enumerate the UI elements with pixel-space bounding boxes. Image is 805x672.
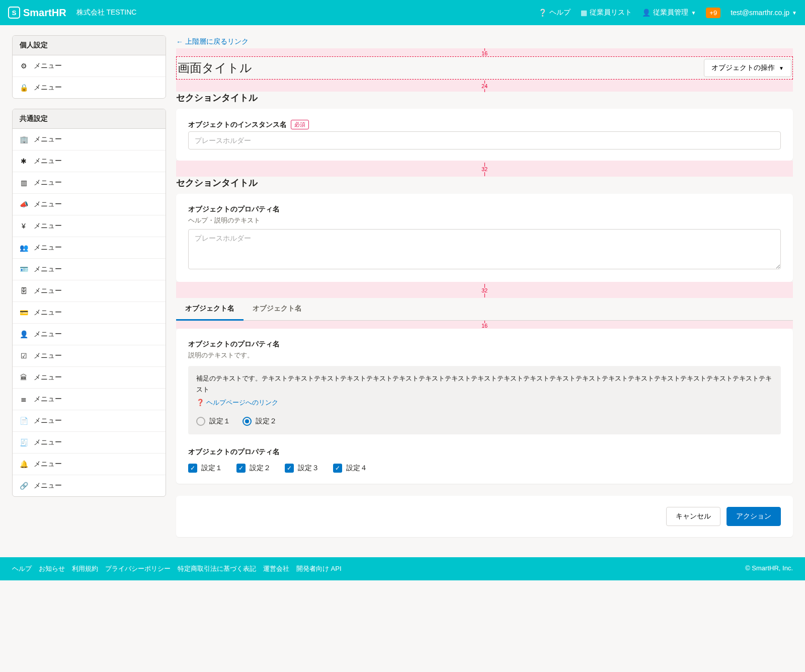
sidebar-item-label: メニュー [34, 178, 62, 187]
sidebar-item-label: メニュー [34, 221, 62, 231]
sidebar-item[interactable]: 🏢メニュー [13, 129, 166, 150]
sidebar-item[interactable]: 💳メニュー [13, 302, 166, 323]
logo[interactable]: S SmartHR [8, 7, 66, 19]
spacing-value: 24 [481, 83, 488, 89]
help-link[interactable]: ❔ ヘルプ [538, 8, 571, 17]
footer-link[interactable]: 開発者向け API [296, 564, 342, 573]
sidebar-item-label: メニュー [34, 308, 62, 317]
radio-setting-2[interactable]: 設定２ [243, 415, 277, 427]
sidebar-item[interactable]: ☑メニュー [13, 345, 166, 366]
footer-link[interactable]: プライバシーポリシー [105, 564, 171, 573]
spacing-marker: 32 [176, 161, 793, 177]
sidebar-item[interactable]: 📣メニュー [13, 193, 166, 215]
spacing-value: 16 [481, 323, 488, 329]
sidebar: 個人設定 ⚙メニュー🔒メニュー 共通設定 🏢メニュー✱メニュー▥メニュー📣メニュ… [12, 35, 166, 537]
checkbox-setting-4[interactable]: ✓設定４ [333, 464, 367, 473]
main-content: ← 上階層に戻るリンク 16 画面タイトル オブジェクトの操作 ▼ 24 セクシ… [176, 35, 793, 537]
employee-list-link[interactable]: ▦ 従業員リスト [581, 8, 632, 17]
footer-link[interactable]: ヘルプ [12, 564, 32, 573]
question-circle-icon: ❔ [538, 9, 547, 17]
spacing-marker: 24 [176, 80, 793, 92]
institution-icon: 🏛 [20, 374, 28, 382]
money-card-icon: 💳 [20, 309, 28, 317]
book-icon: ▥ [20, 179, 28, 187]
info-text: 補足のテキストです。テキストテキストテキストテキストテキストテキストテキストテキ… [196, 373, 773, 395]
check-label: 設定２ [250, 464, 271, 473]
checkbox-setting-3[interactable]: ✓設定３ [285, 464, 319, 473]
checkbox-setting-2[interactable]: ✓設定２ [236, 464, 271, 473]
building-icon: 🏢 [20, 135, 28, 143]
help-page-link[interactable]: ❓ ヘルプページへのリンク [196, 397, 278, 408]
property-textarea[interactable] [188, 229, 781, 269]
sidebar-item[interactable]: 📄メニュー [13, 410, 166, 431]
sidebar-item[interactable]: ≣メニュー [13, 388, 166, 410]
employee-manage-dropdown[interactable]: 👤 従業員管理 ▼ [642, 8, 696, 17]
radio-setting-1[interactable]: 設定１ [196, 415, 230, 427]
field-label-text: オブジェクトのプロパティ名 [188, 447, 280, 457]
sidebar-item[interactable]: 🏛メニュー [13, 366, 166, 388]
radio-group: 設定１ 設定２ [196, 415, 773, 427]
footer-link[interactable]: 運営会社 [263, 564, 289, 573]
field-description: 説明のテキストです。 [188, 351, 781, 360]
field-label: オブジェクトのプロパティ名 [188, 340, 781, 349]
sidebar-item[interactable]: ¥メニュー [13, 215, 166, 237]
section-card: オブジェクトのプロパティ名 説明のテキストです。 補足のテキストです。テキストテ… [176, 329, 793, 484]
sidebar-item[interactable]: 🔔メニュー [13, 453, 166, 475]
id-card-icon: 🪪 [20, 265, 28, 273]
notification-badge[interactable]: +9 [706, 8, 720, 18]
sidebar-item[interactable]: 🗄メニュー [13, 280, 166, 302]
spacing-value: 32 [481, 287, 488, 293]
bell-icon: 🔔 [20, 460, 28, 468]
gear-icon: ⚙ [20, 62, 28, 70]
instance-name-input[interactable] [188, 131, 781, 150]
sidebar-item[interactable]: ⚙メニュー [13, 55, 166, 77]
sidebar-item-label: メニュー [34, 460, 62, 469]
sidebar-group-common: 共通設定 🏢メニュー✱メニュー▥メニュー📣メニュー¥メニュー👥メニュー🪪メニュー… [12, 109, 166, 497]
object-action-dropdown[interactable]: オブジェクトの操作 ▼ [704, 59, 791, 77]
tenant-name: 株式会社 TESTINC [76, 8, 137, 17]
sidebar-item[interactable]: 🔗メニュー [13, 475, 166, 496]
help-label: ヘルプ [549, 8, 571, 17]
sidebar-item[interactable]: 👤メニュー [13, 323, 166, 345]
sidebar-item[interactable]: 🧾メニュー [13, 431, 166, 453]
back-link[interactable]: ← 上階層に戻るリンク [176, 35, 249, 48]
sidebar-item-label: メニュー [34, 286, 62, 295]
action-bar: キャンセル アクション [176, 496, 793, 537]
receipt-icon: 🧾 [20, 438, 28, 446]
copyright: © SmartHR, Inc. [745, 564, 793, 573]
check-label: 設定４ [346, 464, 367, 473]
tab-object-2[interactable]: オブジェクト名 [244, 298, 311, 320]
sidebar-item[interactable]: 👥メニュー [13, 237, 166, 258]
sidebar-item[interactable]: ▥メニュー [13, 172, 166, 193]
check-icon: ✓ [188, 464, 197, 473]
check-icon: ✓ [236, 464, 246, 473]
help-link-label: ヘルプページへのリンク [206, 397, 278, 408]
section-card: オブジェクトのインスタンス名 必須 [176, 109, 793, 161]
footer-link[interactable]: 特定商取引法に基づく表記 [178, 564, 256, 573]
sidebar-item[interactable]: 🔒メニュー [13, 77, 166, 98]
logo-text: SmartHR [23, 7, 66, 19]
sidebar-item-label: メニュー [34, 83, 62, 92]
tab-object-1[interactable]: オブジェクト名 [176, 298, 244, 321]
field-label-text: オブジェクトのインスタンス名 [188, 120, 287, 129]
share-icon: 🔗 [20, 482, 28, 490]
page-title: 画面タイトル [178, 60, 252, 76]
sidebar-item-label: メニュー [34, 265, 62, 274]
spacing-marker: 16 [176, 321, 793, 329]
sidebar-item[interactable]: ✱メニュー [13, 150, 166, 172]
sidebar-item[interactable]: 🪪メニュー [13, 258, 166, 280]
radio-icon [196, 417, 205, 426]
asterisk-icon: ✱ [20, 157, 28, 165]
field-label-text: オブジェクトのプロパティ名 [188, 205, 280, 214]
footer-link[interactable]: 利用規約 [72, 564, 98, 573]
checkbox-setting-1[interactable]: ✓設定１ [188, 464, 222, 473]
tabs: オブジェクト名 オブジェクト名 [176, 298, 793, 321]
caret-down-icon: ▼ [779, 65, 784, 71]
field-label: オブジェクトのプロパティ名 [188, 447, 781, 457]
account-dropdown[interactable]: test@smarthr.co.jp ▼ [731, 9, 797, 17]
footer-link[interactable]: お知らせ [39, 564, 65, 573]
cancel-button[interactable]: キャンセル [666, 507, 720, 526]
field-label: オブジェクトのプロパティ名 [188, 205, 781, 214]
required-badge: 必須 [291, 120, 309, 129]
submit-button[interactable]: アクション [727, 507, 781, 526]
